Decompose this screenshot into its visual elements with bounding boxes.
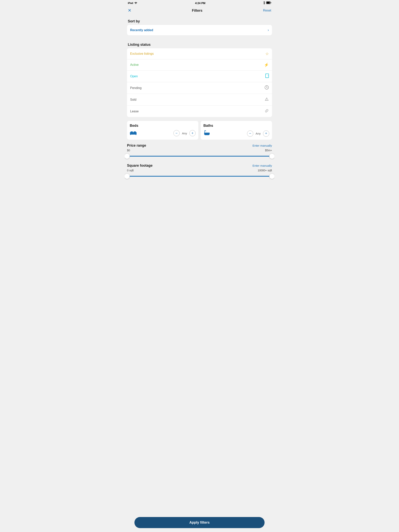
status-label-sold: Sold (130, 98, 136, 101)
page-title: Filters (192, 9, 202, 13)
wifi-icon (134, 1, 137, 5)
sort-by-card: Recently added › (127, 25, 272, 35)
bed-icon (130, 130, 137, 136)
status-row-lease[interactable]: Lease (127, 106, 272, 117)
status-label-lease: Lease (130, 110, 139, 113)
listing-status-header: Listing status (125, 39, 274, 48)
content-area: Sort by Recently added › Listing status … (125, 16, 274, 526)
sold-icon (264, 97, 269, 102)
bluetooth-icon (263, 1, 265, 5)
baths-stepper: − Any + (247, 130, 269, 137)
price-range-thumb-right[interactable] (269, 153, 274, 159)
svg-rect-11 (135, 134, 136, 135)
ipad-label: iPad (128, 1, 133, 5)
status-row-exclusive[interactable]: Exclusive listings ☆ (127, 48, 272, 59)
beds-decrement-button[interactable]: − (174, 130, 180, 136)
sort-by-row[interactable]: Recently added › (127, 25, 272, 35)
link-icon (264, 109, 269, 114)
beds-increment-button[interactable]: + (189, 130, 196, 136)
sqft-range-thumb-right[interactable] (269, 173, 274, 179)
price-range-track (127, 156, 272, 157)
status-row-sold[interactable]: Sold (127, 94, 272, 106)
square-footage-section: Square footage Enter manually 0 sqft 100… (127, 164, 272, 180)
star-icon: ☆ (265, 51, 269, 56)
price-range-labels: $0 $5m+ (127, 149, 272, 152)
price-max-label: $5m+ (265, 149, 272, 152)
square-footage-slider[interactable] (127, 173, 272, 180)
sqft-max-label: 10000+ sqft (257, 169, 272, 172)
beds-value: Any (182, 132, 187, 135)
price-range-manual-button[interactable]: Enter manually (252, 144, 272, 147)
beds-control: − Any + (130, 130, 196, 136)
baths-title: Baths (203, 124, 269, 128)
price-min-label: $0 (127, 149, 130, 152)
status-label-pending: Pending (130, 86, 142, 90)
svg-rect-8 (130, 132, 133, 133)
status-left: iPad (128, 1, 137, 5)
svg-point-13 (206, 131, 207, 132)
bath-icon (203, 130, 210, 137)
svg-point-4 (268, 76, 268, 76)
listing-status-card: Exclusive listings ☆ Active ⚡ Open Pendi… (127, 48, 272, 117)
baths-control: − Any + (203, 130, 269, 137)
status-time: 4:24 PM (195, 1, 205, 5)
beds-baths-row: Beds − Any + (127, 121, 272, 140)
status-row-pending[interactable]: Pending (127, 82, 272, 94)
status-row-open[interactable]: Open (127, 70, 272, 82)
price-range-title: Price range (127, 144, 146, 148)
chevron-right-icon: › (268, 28, 269, 32)
close-button[interactable]: ✕ (128, 8, 131, 13)
square-footage-title: Square footage (127, 164, 153, 168)
price-range-thumb-left[interactable] (125, 153, 130, 159)
price-range-header: Price range Enter manually (127, 144, 272, 148)
square-footage-header: Square footage Enter manually (127, 164, 272, 168)
status-bar: iPad 4:24 PM (125, 0, 274, 6)
baths-card: Baths − Any + (201, 121, 272, 140)
apply-container: Apply filters (125, 515, 274, 532)
square-footage-manual-button[interactable]: Enter manually (252, 164, 272, 167)
price-range-slider[interactable] (127, 153, 272, 160)
svg-rect-9 (134, 132, 136, 133)
status-label-active: Active (130, 63, 139, 67)
lightning-icon: ⚡ (264, 63, 269, 67)
svg-rect-12 (204, 133, 210, 133)
sqft-range-thumb-left[interactable] (125, 173, 130, 179)
svg-rect-10 (130, 134, 131, 135)
baths-decrement-button[interactable]: − (247, 130, 253, 137)
sqft-min-label: 0 sqft (127, 169, 134, 172)
door-icon (265, 74, 269, 79)
square-footage-labels: 0 sqft 10000+ sqft (127, 169, 272, 172)
beds-title: Beds (130, 124, 196, 128)
beds-card: Beds − Any + (127, 121, 198, 140)
square-footage-track (127, 176, 272, 177)
sort-by-value: Recently added (130, 28, 153, 32)
svg-rect-1 (270, 2, 271, 3)
status-label-open: Open (130, 75, 138, 78)
status-row-active[interactable]: Active ⚡ (127, 59, 272, 70)
baths-value: Any (255, 132, 261, 135)
apply-filters-button[interactable]: Apply filters (135, 517, 264, 528)
battery-icon (266, 1, 271, 5)
beds-stepper: − Any + (174, 130, 196, 136)
status-right (263, 1, 271, 5)
price-range-section: Price range Enter manually $0 $5m+ (127, 144, 272, 160)
sort-by-header: Sort by (125, 16, 274, 25)
reset-button[interactable]: Reset (263, 9, 271, 12)
nav-bar: ✕ Filters Reset (125, 6, 274, 16)
clock-icon (264, 85, 269, 90)
baths-increment-button[interactable]: + (263, 130, 269, 137)
svg-rect-2 (266, 2, 270, 4)
svg-point-14 (207, 131, 208, 131)
status-label-exclusive: Exclusive listings (130, 52, 154, 56)
